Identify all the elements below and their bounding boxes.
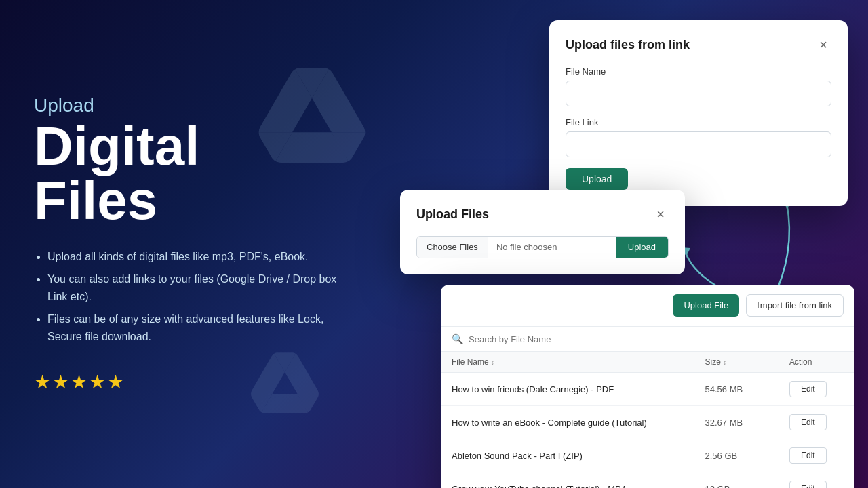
file-input-row: Choose Files No file choosen Upload xyxy=(416,236,669,258)
bullet-2: You can also add links to your files (Go… xyxy=(47,270,359,305)
hero-bullets: Upload all kinds of digital files like m… xyxy=(34,248,359,351)
edit-button[interactable]: Edit xyxy=(789,414,827,430)
table-row: How to win friends (Dale Carnegie) - PDF… xyxy=(441,373,854,406)
modal-link-upload-button[interactable]: Upload xyxy=(566,168,628,190)
drive-icon-decorative-large xyxy=(258,68,366,163)
filename-sort-icon[interactable]: ↕ xyxy=(491,359,494,366)
table-row: How to write an eBook - Complete guide (… xyxy=(441,406,854,439)
modal-link-close-button[interactable]: × xyxy=(815,37,831,53)
file-action-cell: Edit xyxy=(789,381,844,397)
no-file-text: No file choosen xyxy=(488,237,616,258)
upload-files-modal: Upload Files × Choose Files No file choo… xyxy=(400,190,685,274)
file-action-cell: Edit xyxy=(789,481,844,488)
file-name-label: File Name xyxy=(566,66,831,77)
modal-upload-upload-button[interactable]: Upload xyxy=(616,237,668,258)
modal-link-title: Upload files from link xyxy=(566,38,690,52)
modal-upload-title: Upload Files xyxy=(416,207,489,222)
file-name-cell: How to write an eBook - Complete guide (… xyxy=(452,418,705,428)
file-size-cell: 12 GB xyxy=(705,484,790,489)
th-filename: File Name ↕ xyxy=(452,357,705,367)
modal-link-header: Upload files from link × xyxy=(566,37,831,53)
choose-files-button[interactable]: Choose Files xyxy=(417,237,488,258)
file-action-cell: Edit xyxy=(789,414,844,430)
modal-upload-header: Upload Files × xyxy=(416,206,669,222)
file-link-input[interactable] xyxy=(566,131,831,157)
search-icon: 🔍 xyxy=(452,333,463,344)
table-header: File Name ↕ Size ↕ Action xyxy=(441,352,854,373)
file-list-panel: Upload File Import file from link 🔍 File… xyxy=(441,285,854,488)
search-input[interactable] xyxy=(469,334,844,344)
modal-upload-close-button[interactable]: × xyxy=(652,206,669,222)
file-name-cell: Ableton Sound Pack - Part I (ZIP) xyxy=(452,451,705,461)
bullet-3: Files can be of any size with advanced f… xyxy=(47,310,359,345)
file-list-toolbar: Upload File Import file from link xyxy=(441,285,854,327)
file-link-label: File Link xyxy=(566,117,831,127)
file-size-cell: 2.56 GB xyxy=(705,451,790,461)
file-name-cell: Grow your YouTube channel (Tutorial) - M… xyxy=(452,484,705,489)
edit-button[interactable]: Edit xyxy=(789,381,827,397)
size-sort-icon[interactable]: ↕ xyxy=(723,359,726,366)
search-bar: 🔍 xyxy=(441,327,854,352)
file-name-input[interactable] xyxy=(566,81,831,106)
file-table: File Name ↕ Size ↕ Action How to win fri… xyxy=(441,352,854,488)
table-row: Grow your YouTube channel (Tutorial) - M… xyxy=(441,472,854,488)
file-size-cell: 32.67 MB xyxy=(705,418,790,428)
upload-from-link-modal: Upload files from link × File Name File … xyxy=(549,20,848,206)
file-size-cell: 54.56 MB xyxy=(705,384,790,394)
table-row: Ableton Sound Pack - Part I (ZIP) 2.56 G… xyxy=(441,439,854,472)
drive-icon-decorative-small xyxy=(251,352,319,413)
file-name-cell: How to win friends (Dale Carnegie) - PDF xyxy=(452,384,705,394)
edit-button[interactable]: Edit xyxy=(789,447,827,464)
th-size: Size ↕ xyxy=(705,357,790,367)
import-file-from-link-button[interactable]: Import file from link xyxy=(746,294,844,317)
th-action: Action xyxy=(789,357,844,367)
bullet-1: Upload all kinds of digital files like m… xyxy=(47,248,359,266)
upload-file-button[interactable]: Upload File xyxy=(673,294,739,317)
file-action-cell: Edit xyxy=(789,447,844,464)
edit-button[interactable]: Edit xyxy=(789,481,827,488)
